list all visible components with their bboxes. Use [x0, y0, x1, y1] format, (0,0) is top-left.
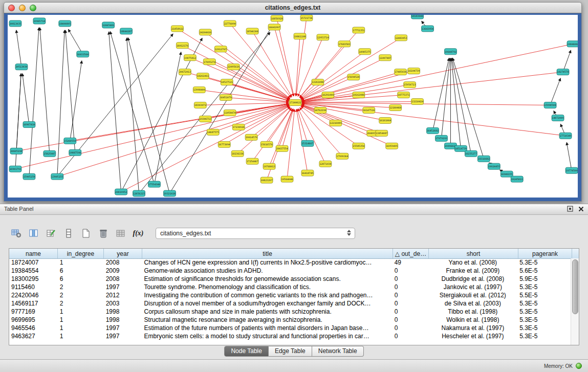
graph-node[interactable]: 14762190 [314, 107, 326, 113]
graph-node[interactable]: 16907410 [23, 121, 35, 127]
graph-node[interactable]: 17683583 [338, 41, 351, 47]
graph-node[interactable]: 17236926 [232, 124, 245, 130]
table-row[interactable]: 1938455462009Genome-wide association stu… [9, 267, 571, 275]
table-cell[interactable]: Changes of HCN gene expression and I(f) … [142, 259, 393, 266]
table-cell[interactable]: Franke et al. (2009) [428, 267, 518, 274]
table-cell[interactable]: Dudbridge et al. (2008) [428, 275, 518, 282]
graph-node[interactable]: 19648792 [444, 49, 456, 55]
graph-node[interactable]: 17095274 [203, 59, 215, 65]
graph-node[interactable]: 12216089 [330, 120, 342, 126]
table-cell[interactable]: 0 [393, 267, 428, 274]
table-cell[interactable]: 5.3E-5 [517, 333, 571, 340]
graph-node[interactable]: 15950713 [404, 82, 416, 88]
function-builder-button[interactable]: f(x) [131, 227, 145, 240]
graph-node[interactable]: 14872009 [552, 115, 564, 121]
graph-node[interactable]: 22776090 [224, 20, 236, 27]
table-mode-button[interactable] [9, 227, 24, 240]
table-cell[interactable]: Hescheler et al. (1997) [428, 333, 518, 340]
graph-node[interactable]: 17254467 [246, 158, 258, 164]
table-cell[interactable]: 9463627 [9, 333, 58, 340]
graph-node[interactable]: 18274578 [557, 69, 569, 75]
graph-node[interactable]: 12953714 [317, 34, 329, 40]
table-cell[interactable]: 18724007 [9, 259, 58, 266]
column-header-year[interactable]: year [104, 249, 142, 258]
graph-node[interactable]: 20823297 [260, 177, 273, 183]
table-row[interactable]: 1872400712008Changes of HCN gene express… [9, 258, 571, 267]
table-cell[interactable]: Structural magnetic resonance image aver… [142, 316, 393, 323]
table-cell[interactable]: 49 [393, 259, 428, 266]
graph-node[interactable]: 18183046 [411, 15, 424, 19]
graph-node[interactable]: 19924455 [488, 163, 500, 169]
graph-node[interactable]: 19768013 [263, 163, 275, 169]
graph-node[interactable]: 16856928 [271, 15, 283, 21]
table-cell[interactable]: Wolkin et al. (1998) [428, 316, 518, 323]
create-column-button[interactable] [79, 227, 93, 240]
table-row[interactable]: 2242004622012Investigating the contribut… [9, 291, 571, 299]
delete-column-button[interactable] [96, 227, 111, 240]
graph-node[interactable]: 13905155 [51, 173, 63, 180]
table-cell[interactable]: de Silva et al. (2003) [428, 300, 518, 307]
graph-node[interactable]: 16033564 [77, 51, 89, 57]
table-cell[interactable]: 1997 [104, 283, 142, 291]
table-cell[interactable]: 19384554 [9, 267, 58, 274]
table-cell[interactable]: 9115460 [9, 283, 58, 291]
graph-node[interactable]: 19887598 [69, 149, 81, 156]
table-cell[interactable]: 2003 [104, 300, 142, 307]
row-selection-button[interactable] [61, 227, 76, 240]
graph-node[interactable]: 17751351 [353, 27, 365, 33]
graph-node[interactable]: 16147516 [363, 107, 375, 113]
table-cell[interactable]: Nakamura et al. (1997) [428, 324, 518, 332]
table-cell[interactable]: 1 [58, 333, 104, 340]
edit-columns-button[interactable] [44, 227, 58, 240]
graph-node[interactable]: 20513030 [15, 64, 28, 70]
table-cell[interactable]: 1998 [104, 316, 142, 323]
table-cell[interactable]: Estimation of the future numbers of pati… [142, 324, 393, 332]
table-cell[interactable]: 2 [58, 292, 104, 299]
table-cell[interactable]: 5.6E-5 [517, 267, 571, 274]
graph-node[interactable]: 18236336 [231, 150, 244, 157]
table-cell[interactable]: 2009 [104, 267, 142, 274]
graph-node[interactable]: 17485038 [395, 69, 407, 75]
graph-node[interactable]: 18303072 [194, 102, 206, 108]
table-cell[interactable]: 0 [393, 333, 428, 340]
table-cell[interactable]: 9465546 [9, 324, 58, 332]
graph-node[interactable]: 21858922 [171, 26, 183, 32]
float-panel-icon[interactable] [567, 206, 573, 212]
table-cell[interactable]: 22420046 [9, 292, 58, 299]
table-cell[interactable]: 5.3E-5 [517, 308, 571, 315]
close-panel-icon[interactable] [578, 206, 584, 212]
vertical-scrollbar[interactable] [571, 258, 579, 345]
graph-node[interactable]: 16901793 [9, 166, 21, 172]
table-cell[interactable]: 2 [58, 283, 104, 291]
graph-node[interactable]: 16452682 [427, 127, 439, 134]
close-window-button[interactable] [8, 5, 15, 11]
graph-node[interactable]: 19245813 [511, 176, 523, 182]
graph-node[interactable]: 13643954 [422, 26, 434, 32]
graph-node[interactable]: 12871038 [319, 161, 332, 167]
graph-node[interactable]: 15721736 [300, 15, 313, 21]
graph-node[interactable]: 16155277 [465, 150, 477, 157]
graph-node[interactable]: 19564046 [281, 176, 293, 182]
graph-node[interactable]: 20437554 [276, 145, 288, 151]
graph-node[interactable]: 16946155 [500, 171, 513, 177]
graph-node[interactable]: 13998400 [193, 87, 205, 93]
graph-node[interactable]: 17710349 [559, 133, 572, 139]
graph-node[interactable]: 15585354 [353, 143, 365, 149]
graph-node[interactable]: 16418745 [301, 170, 314, 176]
column-header-title[interactable]: title [142, 249, 393, 258]
column-header-name[interactable]: name [9, 249, 58, 258]
table-cell[interactable]: 1 [58, 308, 104, 315]
table-cell[interactable]: Stergiakouli et al. (2012) [428, 292, 518, 299]
table-cell[interactable]: 5.9E-5 [517, 275, 571, 282]
graph-node[interactable]: 14985375 [359, 49, 371, 55]
graph-node[interactable]: 19774500 [565, 167, 578, 173]
graph-node[interactable]: 15616576 [260, 141, 273, 147]
graph-node[interactable]: 22095619 [227, 64, 239, 70]
graph-node[interactable]: 16104739 [408, 68, 420, 74]
table-row[interactable]: 911546021997Tourette syndrome. Phenomeno… [9, 283, 571, 291]
graph-node[interactable]: 11007487 [379, 55, 391, 61]
graph-node[interactable]: 12483053 [395, 35, 407, 41]
table-cell[interactable]: 2008 [104, 275, 142, 282]
graph-node[interactable]: 11058474 [224, 110, 236, 116]
table-row[interactable]: 946554611997Estimation of the future num… [9, 324, 571, 332]
